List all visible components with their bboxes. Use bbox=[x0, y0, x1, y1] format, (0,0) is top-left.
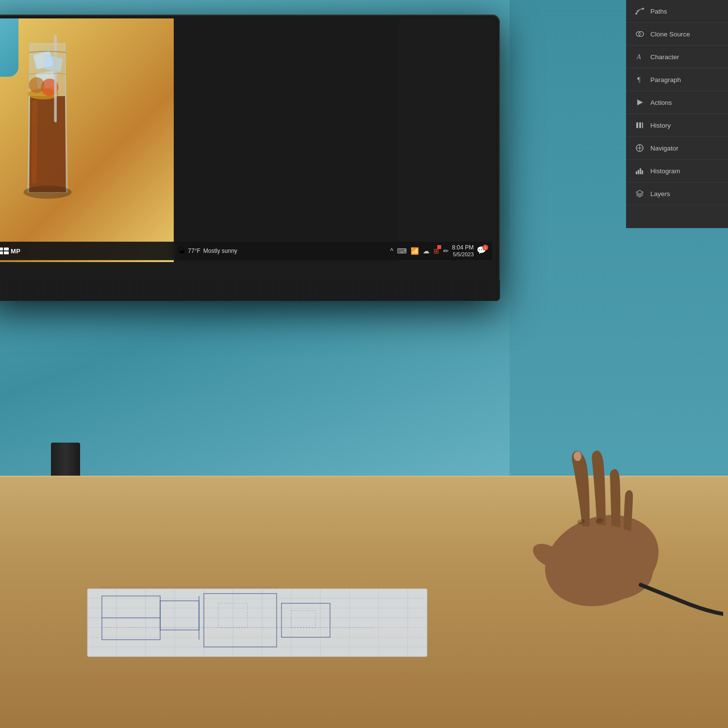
clone-source-icon bbox=[635, 29, 645, 39]
histogram-icon bbox=[635, 166, 645, 176]
desk-surface bbox=[0, 476, 728, 728]
canvas-area bbox=[0, 18, 399, 262]
dark-canvas bbox=[174, 18, 399, 262]
paths-label: Paths bbox=[650, 8, 667, 15]
panel-item-paths[interactable]: Paths bbox=[626, 0, 728, 23]
svg-rect-17 bbox=[640, 168, 641, 174]
cloud-icon[interactable]: ☁ bbox=[423, 247, 430, 255]
notification-badge: 1 bbox=[482, 245, 488, 250]
taskbar-date: 5/5/2023 bbox=[452, 251, 474, 258]
panel-item-layers[interactable]: Layers bbox=[626, 182, 728, 205]
weather-temp: 77°F bbox=[188, 248, 200, 254]
taskbar-time: 8:04 PM bbox=[452, 244, 474, 251]
panel-item-actions[interactable]: Actions bbox=[626, 91, 728, 114]
panel-item-paragraph[interactable]: ¶ Paragraph bbox=[626, 68, 728, 91]
layers-label: Layers bbox=[650, 190, 670, 198]
system-tray: ^ ⌨ 📶 ☁ ⊞ ✏ bbox=[390, 247, 449, 255]
panel-item-navigator[interactable]: Navigator bbox=[626, 137, 728, 160]
apps-icon[interactable]: ⊞ bbox=[433, 247, 439, 255]
character-label: Character bbox=[650, 53, 679, 61]
svg-rect-18 bbox=[642, 170, 643, 174]
svg-rect-26 bbox=[54, 35, 57, 122]
navigator-icon bbox=[635, 143, 645, 153]
taskbar: MP 🌤 77°F Mostly sunny ^ ⌨ 📶 ☁ ⊞ bbox=[0, 242, 492, 260]
blueprint-papers bbox=[78, 579, 442, 662]
taskbar-clock[interactable]: 8:04 PM 5/5/2023 bbox=[452, 244, 474, 258]
paragraph-icon: ¶ bbox=[635, 75, 645, 84]
svg-rect-15 bbox=[636, 171, 637, 174]
panel-item-history[interactable]: History bbox=[626, 114, 728, 137]
paths-icon bbox=[635, 6, 645, 16]
svg-rect-8 bbox=[636, 122, 638, 128]
histogram-label: Histogram bbox=[650, 167, 680, 175]
svg-marker-7 bbox=[637, 99, 643, 105]
artwork-panel bbox=[0, 18, 174, 262]
panel-item-histogram[interactable]: Histogram bbox=[626, 160, 728, 182]
panel-item-character[interactable]: A Character bbox=[626, 46, 728, 68]
actions-label: Actions bbox=[650, 99, 672, 106]
svg-point-27 bbox=[24, 186, 72, 199]
svg-rect-10 bbox=[642, 122, 643, 128]
layers-icon bbox=[635, 189, 645, 199]
svg-rect-28 bbox=[87, 589, 427, 657]
svg-point-25 bbox=[29, 77, 44, 93]
svg-point-14 bbox=[639, 148, 641, 149]
svg-rect-9 bbox=[639, 122, 641, 128]
paragraph-label: Paragraph bbox=[650, 76, 681, 83]
svg-rect-16 bbox=[638, 170, 639, 174]
taskbar-start-label: MP bbox=[11, 248, 21, 255]
actions-icon bbox=[635, 98, 645, 107]
history-icon bbox=[635, 120, 645, 130]
weather-desc: Mostly sunny bbox=[203, 248, 237, 254]
taskbar-start[interactable]: MP bbox=[0, 248, 21, 255]
navigator-label: Navigator bbox=[650, 145, 678, 152]
svg-text:¶: ¶ bbox=[637, 76, 641, 83]
panel-item-clone-source[interactable]: Clone Source bbox=[626, 23, 728, 46]
monitor-bezel bbox=[0, 281, 500, 301]
pen-icon[interactable]: ✏ bbox=[443, 247, 449, 255]
windows-icon bbox=[0, 248, 9, 254]
wifi-icon[interactable]: 📶 bbox=[411, 247, 419, 255]
scene: Paths Clone Source A Character bbox=[0, 0, 728, 728]
character-icon: A bbox=[635, 52, 645, 62]
keyboard-icon[interactable]: ⌨ bbox=[397, 247, 407, 255]
svg-rect-21 bbox=[44, 55, 63, 72]
clone-source-label: Clone Source bbox=[650, 31, 690, 38]
monitor-screen: MP 🌤 77°F Mostly sunny ^ ⌨ 📶 ☁ ⊞ bbox=[0, 18, 496, 281]
svg-text:A: A bbox=[636, 53, 641, 61]
chevron-icon[interactable]: ^ bbox=[390, 247, 394, 255]
photoshop-panel: Paths Clone Source A Character bbox=[626, 0, 728, 228]
teal-accent-art bbox=[0, 18, 18, 77]
monitor: MP 🌤 77°F Mostly sunny ^ ⌨ 📶 ☁ ⊞ bbox=[0, 15, 500, 301]
svg-point-0 bbox=[635, 13, 637, 15]
svg-point-1 bbox=[642, 8, 644, 10]
history-label: History bbox=[650, 122, 671, 129]
taskbar-weather[interactable]: 🌤 77°F Mostly sunny bbox=[177, 247, 237, 255]
weather-icon: 🌤 bbox=[177, 247, 185, 255]
notification-button[interactable]: 💬 1 bbox=[477, 246, 487, 256]
